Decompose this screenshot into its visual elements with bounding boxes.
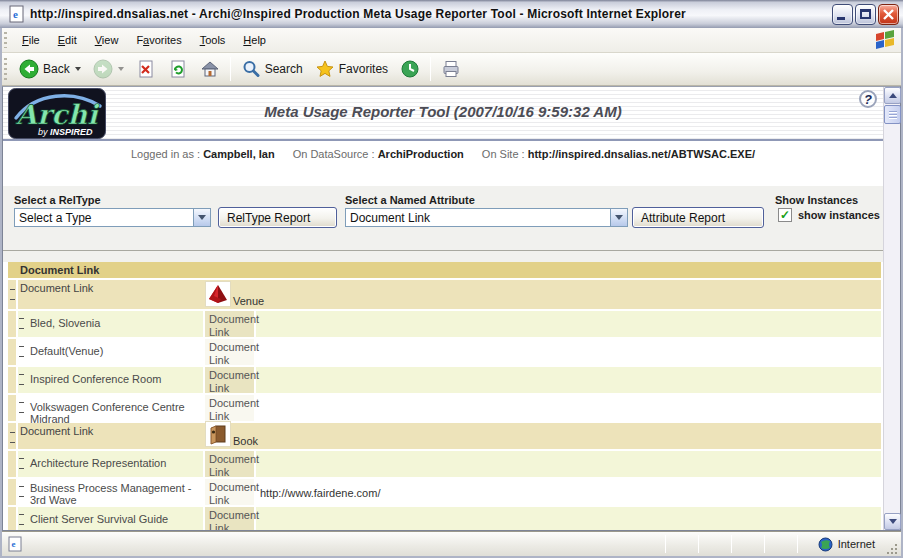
row-marker bbox=[19, 402, 24, 413]
section-row-venue[interactable]: Document Link Venue bbox=[8, 280, 881, 311]
scroll-down-button[interactable] bbox=[884, 513, 901, 530]
status-separator bbox=[797, 535, 798, 553]
history-icon bbox=[400, 59, 420, 79]
session-bar: Logged in as : Campbell, Ian On DataSour… bbox=[3, 143, 883, 165]
attribute-select[interactable]: Document Link bbox=[345, 208, 628, 227]
ie-page-icon: e bbox=[8, 5, 26, 23]
minimize-button[interactable] bbox=[832, 4, 853, 25]
menu-bar: File Edit View Favorites Tools Help bbox=[2, 28, 901, 53]
row-marker bbox=[8, 280, 18, 309]
app-header: Archi by INSPIRED Meta Usage Reporter To… bbox=[3, 87, 883, 141]
reltype-label: Select a RelType bbox=[14, 194, 101, 206]
indent-strip bbox=[8, 367, 18, 393]
show-instances-label: Show Instances bbox=[775, 194, 858, 206]
favorites-star-icon bbox=[315, 59, 335, 79]
datasource-segment: On DataSource : ArchiProduction bbox=[293, 148, 464, 160]
scrollbar-thumb[interactable] bbox=[884, 105, 901, 124]
svg-text:e: e bbox=[13, 8, 18, 20]
attribute-report-button[interactable]: Attribute Report bbox=[632, 207, 764, 228]
home-icon bbox=[200, 59, 220, 79]
browser-viewport: Archi by INSPIRED Meta Usage Reporter To… bbox=[2, 86, 901, 531]
table-row[interactable]: Client Server Survival Guide Document Li… bbox=[8, 507, 881, 530]
menu-edit[interactable]: Edit bbox=[49, 31, 86, 49]
table-row[interactable]: Inspired Conference Room Document Link bbox=[8, 367, 881, 395]
status-separator bbox=[764, 535, 765, 553]
status-separator bbox=[731, 535, 732, 553]
maximize-button[interactable] bbox=[855, 4, 876, 25]
title-bar[interactable]: e http://inspired.dnsalias.net - Archi@I… bbox=[0, 0, 903, 28]
reltype-report-button[interactable]: RelType Report bbox=[218, 207, 337, 228]
section-row-book[interactable]: Document Link Book bbox=[8, 423, 881, 451]
maximize-icon bbox=[860, 9, 871, 19]
toolbar-grip-2[interactable] bbox=[4, 58, 9, 80]
help-icon[interactable]: ? bbox=[859, 90, 877, 108]
table-row[interactable]: Volkswagen Conference Centre Midrand Doc… bbox=[8, 395, 881, 423]
table-row[interactable]: Business Process Management - 3rd Wave D… bbox=[8, 479, 881, 507]
menu-view[interactable]: View bbox=[86, 31, 128, 49]
stop-icon bbox=[136, 59, 156, 79]
close-button[interactable] bbox=[878, 4, 899, 25]
section-name: Document Link bbox=[18, 280, 205, 309]
reltype-selected-value: Select a Type bbox=[15, 211, 193, 225]
menu-favorites[interactable]: Favorites bbox=[127, 31, 190, 49]
row-marker bbox=[19, 458, 24, 469]
attribute-dropdown-icon[interactable] bbox=[610, 209, 627, 226]
reltype-select[interactable]: Select a Type bbox=[14, 208, 211, 227]
menu-tools[interactable]: Tools bbox=[191, 31, 235, 49]
show-instances-checkbox[interactable]: ✓ bbox=[778, 208, 792, 222]
search-icon bbox=[241, 59, 261, 79]
section-icon-zone: Venue bbox=[205, 280, 264, 309]
indent-strip bbox=[8, 395, 18, 421]
history-button[interactable] bbox=[394, 57, 426, 81]
section-icon-zone: Book bbox=[205, 423, 258, 449]
minimize-icon bbox=[837, 17, 845, 20]
stop-button[interactable] bbox=[130, 57, 162, 81]
logo-by: by bbox=[38, 127, 50, 137]
resize-grip[interactable] bbox=[885, 542, 899, 556]
zone-label: Internet bbox=[838, 538, 875, 550]
row-type: Document Link bbox=[205, 479, 256, 505]
favorites-button[interactable]: Favorites bbox=[309, 57, 394, 81]
indent-strip bbox=[8, 479, 18, 505]
table-row[interactable]: Architecture Representation Document Lin… bbox=[8, 451, 881, 479]
indent-strip bbox=[8, 451, 18, 477]
row-name: Client Server Survival Guide bbox=[18, 507, 205, 530]
row-type: Document Link bbox=[205, 311, 256, 337]
logged-in-segment: Logged in as : Campbell, Ian bbox=[131, 148, 275, 160]
back-button[interactable]: Back bbox=[13, 57, 87, 81]
close-icon bbox=[879, 5, 898, 24]
row-marker bbox=[8, 423, 18, 449]
row-type: Document Link bbox=[205, 367, 256, 393]
forward-icon bbox=[93, 59, 113, 79]
page-title: Meta Usage Reporter Tool (2007/10/16 9:5… bbox=[3, 103, 883, 120]
refresh-button[interactable] bbox=[162, 57, 194, 81]
menu-help[interactable]: Help bbox=[234, 31, 275, 49]
toolbar-grip[interactable] bbox=[4, 32, 9, 49]
row-marker bbox=[19, 346, 24, 357]
site-segment: On Site : http://inspired.dnsalias.net/A… bbox=[482, 148, 755, 160]
table-row[interactable]: Bled, Slovenia Document Link bbox=[8, 311, 881, 339]
row-type: Document Link bbox=[205, 507, 256, 530]
row-name: Bled, Slovenia bbox=[18, 311, 205, 337]
home-button[interactable] bbox=[194, 57, 226, 81]
vertical-scrollbar[interactable] bbox=[883, 87, 900, 530]
row-type: Document Link bbox=[205, 451, 256, 477]
svg-text:e: e bbox=[12, 539, 16, 549]
row-value-url[interactable]: http://www.fairdene.com/ bbox=[256, 479, 881, 505]
indent-strip bbox=[8, 507, 18, 530]
svg-text:by INSPIRED: by INSPIRED bbox=[38, 127, 93, 137]
menu-file[interactable]: File bbox=[13, 31, 49, 49]
print-button[interactable] bbox=[435, 57, 467, 81]
status-bar: e Internet bbox=[2, 531, 901, 556]
forward-button[interactable] bbox=[87, 57, 130, 81]
row-value bbox=[256, 367, 881, 393]
row-name: Architecture Representation bbox=[18, 451, 205, 477]
scroll-up-button[interactable] bbox=[884, 87, 901, 104]
security-zone-panel: Internet bbox=[814, 537, 885, 552]
section-icon-label: Book bbox=[233, 435, 258, 447]
search-button[interactable]: Search bbox=[235, 57, 309, 81]
reltype-dropdown-icon[interactable] bbox=[193, 209, 210, 226]
table-row[interactable]: Default(Venue) Document Link bbox=[8, 339, 881, 367]
row-marker bbox=[19, 486, 24, 497]
logged-in-user: Campbell, Ian bbox=[203, 148, 275, 160]
